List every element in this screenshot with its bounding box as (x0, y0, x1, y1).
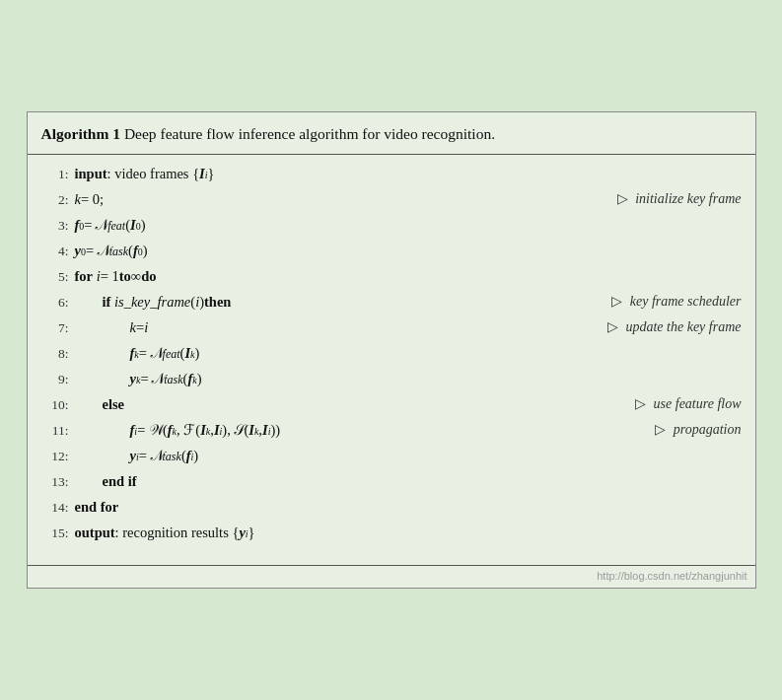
line-num-5: 5: (41, 266, 69, 288)
algo-line-14: 14: end for (41, 496, 742, 522)
line-content-5: for i = 1 to ∞ do (75, 265, 742, 288)
line-num-11: 11: (41, 420, 69, 442)
line-num-13: 13: (41, 471, 69, 493)
line-num-8: 8: (41, 343, 69, 365)
algo-line-2: 2: k = 0; ▷ initialize key frame (41, 188, 742, 214)
line-num-1: 1: (41, 164, 69, 185)
line-num-4: 4: (41, 241, 69, 262)
algorithm-box: Algorithm 1 Deep feature flow inference … (27, 111, 756, 588)
algo-line-8: 8: fk = 𝒩feat(Ik) (41, 342, 742, 368)
algo-line-15: 15: output: recognition results {yi} (41, 522, 742, 547)
line-content-8: fk = 𝒩feat(Ik) (75, 342, 742, 365)
algo-line-5: 5: for i = 1 to ∞ do (41, 265, 742, 291)
line-content-9: yk = 𝒩task(fk) (75, 368, 742, 390)
line-num-3: 3: (41, 215, 69, 237)
keyword-input: input (75, 163, 107, 185)
line-content-15: output: recognition results {yi} (75, 522, 742, 544)
line-content-3: f0 = 𝒩feat(I0) (75, 214, 742, 237)
line-num-7: 7: (41, 317, 69, 339)
line-num-9: 9: (41, 369, 69, 390)
line-content-4: y0 = 𝒩task(f0) (75, 240, 742, 262)
line-comment-6: ▷ key frame scheduler (611, 291, 741, 313)
algo-line-6: 6: if is_key_frame(i) then ▷ key frame s… (41, 291, 742, 316)
line-content-14: end for (75, 496, 742, 519)
algo-line-7: 7: k = i ▷ update the key frame (41, 316, 742, 342)
algo-line-10: 10: else ▷ use feature flow (41, 393, 742, 419)
algorithm-title-text: Deep feature flow inference algorithm fo… (124, 125, 495, 142)
line-num-12: 12: (41, 446, 69, 467)
algo-line-9: 9: yk = 𝒩task(fk) (41, 368, 742, 393)
line-content-11: fi = 𝒲(fk, ℱ(Ik, Ii), 𝒮(Ik, Ii)) (75, 419, 742, 442)
line-comment-11: ▷ propagation (655, 419, 741, 441)
algo-line-13: 13: end if (41, 470, 742, 496)
line-num-6: 6: (41, 292, 69, 314)
algo-line-12: 12: yi = 𝒩task(fi) (41, 445, 742, 470)
algorithm-title: Algorithm 1 Deep feature flow inference … (41, 122, 742, 145)
line-num-15: 15: (41, 523, 69, 544)
algorithm-body: 1: input: video frames {Ii} 2: k = 0; ▷ … (28, 155, 755, 561)
algo-line-4: 4: y0 = 𝒩task(f0) (41, 240, 742, 265)
algo-line-1: 1: input: video frames {Ii} (41, 163, 742, 188)
line-num-14: 14: (41, 497, 69, 519)
line-content-12: yi = 𝒩task(fi) (75, 445, 742, 467)
algo-line-11: 11: fi = 𝒲(fk, ℱ(Ik, Ii), 𝒮(Ik, Ii)) ▷ p… (41, 419, 742, 445)
line-num-2: 2: (41, 189, 69, 211)
algorithm-label: Algorithm 1 (41, 125, 121, 142)
line-comment-2: ▷ initialize key frame (617, 188, 742, 210)
algorithm-header: Algorithm 1 Deep feature flow inference … (28, 112, 755, 154)
algo-line-3: 3: f0 = 𝒩feat(I0) (41, 214, 742, 240)
line-num-10: 10: (41, 394, 69, 416)
watermark: http://blog.csdn.net/zhangjunhit (28, 566, 755, 588)
line-comment-7: ▷ update the key frame (607, 316, 742, 338)
line-content-13: end if (75, 470, 742, 493)
line-content-1: input: video frames {Ii} (75, 163, 742, 185)
line-comment-10: ▷ use feature flow (635, 393, 741, 415)
